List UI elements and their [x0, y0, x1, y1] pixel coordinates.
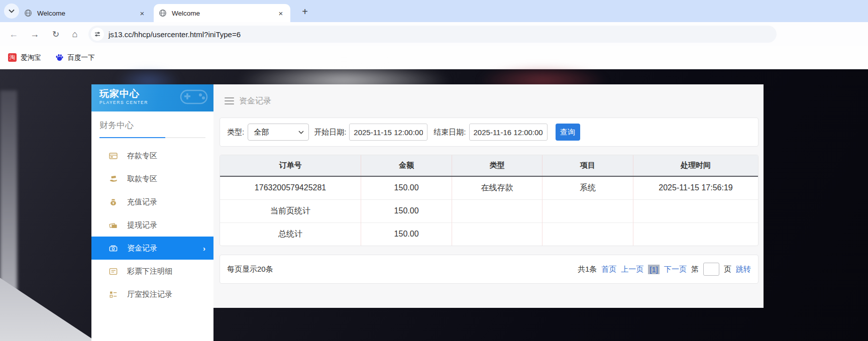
cell-order: 当前页统计	[220, 199, 361, 222]
column-header-order: 订单号	[220, 155, 361, 176]
svg-text:¥: ¥	[113, 201, 115, 204]
sidebar-item-funds-record[interactable]: 资金记录 ›	[91, 237, 213, 260]
url-text: js13.cc/hhcp/usercenter.html?iniType=6	[108, 30, 241, 39]
page-size-label: 每页显示20条	[227, 265, 273, 274]
jump-prefix-label: 第	[691, 265, 699, 274]
funds-table-card: 订单号 金额 类型 项目 处理时间 1763200579425281 150.0…	[220, 155, 758, 246]
chevron-right-icon: ›	[203, 244, 205, 253]
type-label: 类型:	[227, 128, 244, 137]
reload-icon[interactable]: ↻	[49, 28, 62, 41]
tab-title: Welcome	[172, 10, 276, 17]
bookmark-taobao[interactable]: 淘 爱淘宝	[8, 53, 41, 62]
withdraw-icon	[108, 174, 118, 184]
list-card-icon	[108, 267, 118, 276]
type-select-value: 全部	[254, 128, 269, 137]
bookmark-label: 百度一下	[68, 53, 95, 62]
close-icon[interactable]: ×	[276, 9, 285, 18]
page-background: 玩家中心 PLAYERS CENTER 财务中心	[0, 69, 868, 341]
cell-amount: 150.00	[361, 199, 452, 222]
address-bar[interactable]: js13.cc/hhcp/usercenter.html?iniType=6	[88, 26, 777, 43]
forward-icon[interactable]: →	[28, 28, 41, 41]
end-date-input[interactable]	[469, 124, 548, 141]
total-count: 共1条	[578, 265, 597, 274]
next-page-link[interactable]: 下一页	[664, 265, 687, 274]
chevron-down-icon	[9, 9, 15, 13]
tab-title: Welcome	[37, 10, 138, 17]
cell-item	[542, 222, 633, 246]
taobao-icon: 淘	[8, 53, 17, 62]
sidebar-item-withdraw-zone[interactable]: 取款专区	[91, 167, 213, 190]
cell-time	[633, 199, 758, 222]
tab-search-button[interactable]	[4, 4, 19, 19]
end-date-label: 结束日期:	[433, 128, 466, 137]
screen: Welcome × Welcome × + ← → ↻ ⌂	[0, 0, 868, 341]
cell-amount: 150.00	[361, 222, 452, 246]
player-center-sidebar: 玩家中心 PLAYERS CENTER 财务中心	[91, 84, 213, 341]
table-row-grand-total: 总统计 150.00	[220, 222, 758, 246]
home-icon[interactable]: ⌂	[68, 28, 81, 41]
column-header-item: 项目	[542, 155, 633, 176]
cell-order: 总统计	[220, 222, 361, 246]
sidebar-item-label: 彩票下注明细	[127, 267, 172, 276]
finance-center-label: 财务中心	[99, 120, 205, 137]
cards-icon	[108, 220, 118, 230]
back-icon[interactable]: ←	[7, 28, 20, 41]
pagination-bar: 每页显示20条 共1条 首页 上一页 [1] 下一页 第 页 跳转	[220, 255, 758, 284]
start-date-label: 开始日期:	[314, 128, 346, 137]
cell-time: 2025-11-15 17:56:19	[633, 176, 758, 199]
jump-link[interactable]: 跳转	[736, 265, 751, 274]
funds-table: 订单号 金额 类型 项目 处理时间 1763200579425281 150.0…	[220, 155, 758, 246]
first-page-link[interactable]: 首页	[601, 265, 616, 274]
table-row-page-total: 当前页统计 150.00	[220, 199, 758, 222]
bookmark-label: 爱淘宝	[21, 53, 41, 62]
sidebar-section: 财务中心	[91, 111, 213, 138]
start-date-input[interactable]	[349, 124, 427, 141]
tab-strip: Welcome × Welcome × +	[0, 0, 868, 22]
site-settings-chip[interactable]	[91, 28, 104, 41]
sidebar-item-hall-bet-record[interactable]: 厅室投注记录	[91, 283, 213, 306]
table-row: 1763200579425281 150.00 在线存款 系统 2025-11-…	[220, 176, 758, 199]
bookmark-baidu[interactable]: 百度一下	[55, 53, 95, 62]
sidebar-item-label: 存款专区	[127, 151, 157, 161]
cell-type	[452, 222, 542, 246]
type-select[interactable]: 全部	[248, 124, 309, 141]
cell-type: 在线存款	[452, 176, 542, 199]
panel-title-row: 资金记录	[213, 84, 764, 118]
tab-welcome-2[interactable]: Welcome ×	[154, 4, 290, 22]
pager: 共1条 首页 上一页 [1] 下一页 第 页 跳转	[578, 263, 751, 276]
detailed-list-icon	[108, 290, 118, 299]
cell-item: 系统	[542, 176, 633, 199]
background-shape	[0, 90, 17, 306]
baidu-paw-icon	[55, 53, 64, 62]
sidebar-header: 玩家中心 PLAYERS CENTER	[91, 84, 213, 111]
menu-icon	[225, 97, 234, 105]
sidebar-item-deposit-zone[interactable]: 存款专区	[91, 144, 213, 167]
divider	[99, 137, 205, 138]
table-header-row: 订单号 金额 类型 项目 处理时间	[220, 155, 758, 176]
current-page-indicator: [1]	[648, 265, 660, 274]
cell-type	[452, 199, 542, 222]
tab-welcome-1[interactable]: Welcome ×	[19, 4, 152, 22]
query-button[interactable]: 查询	[556, 124, 580, 141]
sidebar-item-label: 取款专区	[127, 174, 157, 184]
close-icon[interactable]: ×	[138, 9, 147, 18]
sidebar-item-withdrawal-record[interactable]: 提现记录	[91, 213, 213, 237]
globe-icon	[24, 9, 32, 17]
sidebar-item-lottery-bet-details[interactable]: 彩票下注明细	[91, 260, 213, 283]
divider-accent	[99, 137, 165, 138]
browser-toolbar: ← → ↻ ⌂ js13.cc/hhcp/usercenter.html?ini…	[0, 22, 868, 46]
gamepad-icon	[179, 87, 208, 107]
new-tab-button[interactable]: +	[298, 5, 311, 18]
globe-icon	[159, 9, 167, 17]
sidebar-item-label: 资金记录	[127, 244, 157, 253]
page-number-input[interactable]	[703, 263, 719, 276]
prev-page-link[interactable]: 上一页	[621, 265, 643, 274]
filter-bar: 类型: 全部 开始日期: 结束日期: 查询	[220, 118, 758, 147]
sidebar-item-recharge-record[interactable]: ¥ 充值记录	[91, 190, 213, 213]
funds-record-panel: 资金记录 类型: 全部 开始日期: 结束日期: 查询	[213, 84, 764, 308]
banknote-icon	[108, 244, 118, 253]
chevron-down-icon	[298, 131, 304, 134]
sidebar-menu: 存款专区 取款专区 ¥ 充值记录	[91, 144, 213, 306]
cell-order: 1763200579425281	[220, 176, 361, 199]
column-header-type: 类型	[452, 155, 542, 176]
